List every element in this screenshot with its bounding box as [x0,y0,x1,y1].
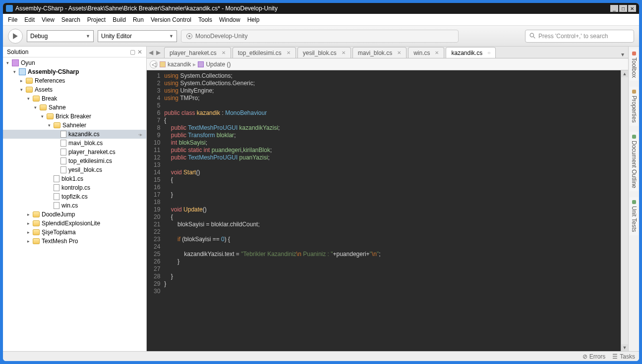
code-editor[interactable]: 1234567891011121314151617181920212223242… [147,70,621,351]
app-target-label: MonoDevelop-Unity [195,33,247,40]
tree-file-blok1[interactable]: blok1.cs [3,174,146,183]
nav-back-icon[interactable]: ◀ [149,49,153,56]
close-button[interactable]: ✕ [628,5,636,12]
search-icon [529,33,536,39]
tree-file-top[interactable]: top_etkilesimi.cs [3,156,146,165]
menu-tools[interactable]: Tools [198,16,212,23]
tab-doc-outline[interactable]: Document Outline [630,132,639,191]
nav-forward-icon[interactable]: ▶ [156,49,161,56]
scroll-up-icon[interactable]: ▲ [621,70,628,77]
tree-file-win[interactable]: win.cs [3,201,146,210]
file-icon [54,193,59,200]
tab-player-hareket[interactable]: player_hareket.cs✕ [164,47,231,58]
tree-file-kazandik[interactable]: kazandik.cs◦▸ [3,130,146,139]
folder-icon [33,229,40,235]
solution-title: Solution [7,49,28,55]
folder-icon [40,104,47,110]
vertical-scrollbar[interactable]: ▲ ▼ [621,70,628,351]
tab-mavi-blok[interactable]: mavi_blok.cs✕ [352,47,407,58]
tree-sahne[interactable]: ▾Sahne [3,103,146,112]
target-select[interactable]: Unity Editor ▼ [98,30,177,42]
menu-help[interactable]: Help [247,16,260,23]
close-icon[interactable]: ○ [487,50,490,55]
tree-textmesh[interactable]: ▸TextMesh Pro [3,237,146,246]
svg-marker-0 [13,33,18,39]
tree-sahneler[interactable]: ▾Sahneler [3,121,146,130]
tree-file-kontrolp[interactable]: kontrolp.cs [3,183,146,192]
menu-run[interactable]: Run [133,16,144,23]
titlebar: Assembly-CSharp - Assets\Break\Sahne\Bri… [3,3,639,14]
svg-line-2 [533,37,535,38]
tree-assets[interactable]: ▾Assets [3,85,146,94]
tree-brick[interactable]: ▾Brick Breaker [3,112,146,121]
minimize-button[interactable]: _ [610,5,618,12]
statusbar: ⊘Errors ☰Tasks [3,351,639,361]
tab-toolbox[interactable]: Toolbox [630,49,639,81]
target-value: Unity Editor [101,33,132,40]
menu-vcs[interactable]: Version Control [151,16,191,23]
menu-window[interactable]: Window [219,16,240,23]
solution-tree[interactable]: ▾Oyun ▾Assembly-CSharp ▸References ▾Asse… [3,57,146,351]
menu-view[interactable]: View [42,16,55,23]
breadcrumb-back-icon[interactable]: ◁ [150,60,158,68]
folder-icon [26,87,33,93]
tree-root[interactable]: ▾Oyun [3,58,146,67]
tab-overflow-icon[interactable]: ▾ [617,51,628,58]
file-icon [60,157,66,164]
file-icon [60,131,66,138]
file-icon [60,166,66,173]
menu-search[interactable]: Search [61,16,80,23]
close-icon[interactable]: ✕ [435,50,439,55]
menu-edit[interactable]: Edit [24,16,35,23]
menu-file[interactable]: File [8,16,17,23]
line-gutter: 1234567891011121314151617181920212223242… [147,70,164,351]
status-errors[interactable]: ⊘Errors [583,353,606,360]
close-icon[interactable]: ✕ [287,50,291,55]
window-title: Assembly-CSharp - Assets\Break\Sahne\Bri… [15,5,278,12]
config-select[interactable]: Debug ▼ [27,30,94,42]
tree-sise[interactable]: ▸ŞişeToplama [3,228,146,237]
right-tool-tabs: Toolbox Properties Document Outline Unit… [628,47,639,351]
method-icon [198,61,204,67]
menu-project[interactable]: Project [87,16,106,23]
tree-file-player[interactable]: player_hareket.cs [3,148,146,156]
solution-pane: Solution ▢✕ ▾Oyun ▾Assembly-CSharp ▸Refe… [3,47,147,351]
folder-icon [47,113,54,119]
close-icon[interactable]: ✕ [342,50,346,55]
tab-win[interactable]: win.cs✕ [408,47,444,58]
status-tasks[interactable]: ☰Tasks [612,353,635,360]
tree-references[interactable]: ▸References [3,76,146,85]
tree-file-yesil[interactable]: yesil_blok.cs [3,165,146,174]
tree-doodle[interactable]: ▸DoodleJump [3,210,146,219]
tree-break[interactable]: ▾Break [3,94,146,103]
run-button[interactable] [8,29,23,44]
tree-splendid[interactable]: ▸SplendidExplosionLite [3,219,146,228]
folder-icon [33,211,40,217]
tabstrip: ◀▶ player_hareket.cs✕ top_etkilesimi.cs✕… [147,47,628,58]
global-search[interactable]: Press 'Control+,' to search [525,30,634,43]
tab-top-etkilesimi[interactable]: top_etkilesimi.cs✕ [233,47,296,58]
file-icon [60,140,66,147]
tab-yesil-blok[interactable]: yesil_blok.cs✕ [297,47,351,58]
tree-file-mavi[interactable]: mavi_blok.cs [3,139,146,148]
pane-close-icon[interactable]: ✕ [137,49,142,55]
breadcrumb-class[interactable]: kazandik [160,61,191,68]
tree-file-topfizik[interactable]: topfizik.cs [3,192,146,201]
tab-kazandik[interactable]: kazandik.cs○ [446,47,496,58]
menu-build[interactable]: Build [113,16,126,23]
tab-properties[interactable]: Properties [630,87,639,126]
app-target-display: MonoDevelop-Unity [181,30,459,43]
code-content[interactable]: using System.Collections;using System.Co… [164,70,380,351]
tab-unit-tests[interactable]: Unit Tests [630,197,639,235]
folder-icon [54,122,60,128]
folder-icon [33,220,40,226]
pane-options-icon[interactable]: ▢ [130,49,135,55]
close-icon[interactable]: ✕ [222,50,226,55]
scroll-down-icon[interactable]: ▼ [621,344,628,351]
tree-project[interactable]: ▾Assembly-CSharp [3,67,146,76]
maximize-button[interactable]: □ [619,5,627,12]
file-icon [54,175,59,182]
close-icon[interactable]: ✕ [397,50,401,55]
breadcrumb-method[interactable]: Update () [198,61,231,68]
app-window: Assembly-CSharp - Assets\Break\Sahne\Bri… [3,3,639,361]
